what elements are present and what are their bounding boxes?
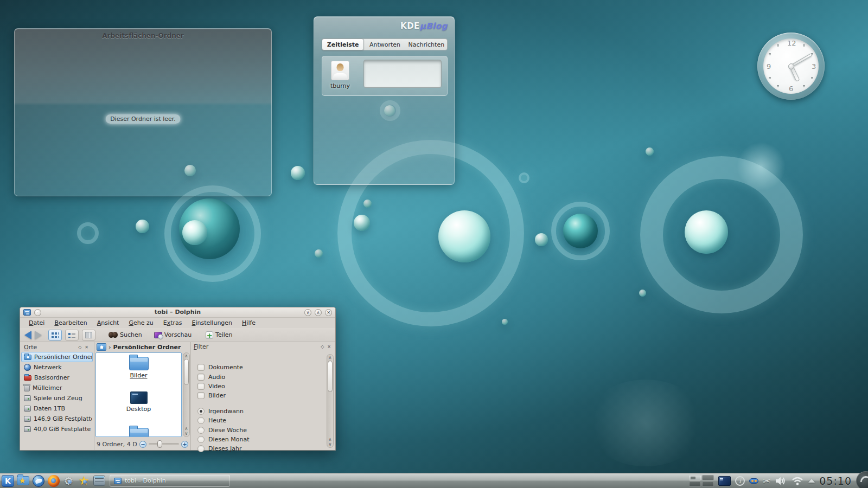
info-tray-icon[interactable]: i	[735, 476, 745, 486]
bubble-ball	[535, 233, 548, 246]
scrollbar-thumb[interactable]	[328, 361, 333, 392]
maximize-button[interactable]: ∧	[315, 309, 322, 316]
device-tray-icon[interactable]	[749, 478, 758, 484]
pager-desktop-3[interactable]	[689, 481, 701, 487]
filter-radio-woche[interactable]: Diese Woche	[197, 425, 335, 434]
tab-antworten[interactable]: Antworten	[364, 39, 405, 50]
system-settings-launcher[interactable]: ⚙	[62, 474, 75, 487]
scroll-down-icon[interactable]: ∨	[327, 442, 333, 447]
scroll-up-icon[interactable]: ∧	[327, 437, 333, 442]
share-button[interactable]: Teilen	[203, 330, 234, 340]
scroll-up-icon[interactable]: ∧	[327, 355, 333, 360]
scroll-up-icon[interactable]: ∧	[183, 354, 189, 358]
kde-menu-button[interactable]: K	[1, 474, 15, 487]
checkbox-icon[interactable]	[197, 383, 205, 390]
bubble-ball	[182, 220, 207, 245]
radio-selected-icon[interactable]	[197, 408, 205, 415]
checkbox-icon[interactable]	[197, 364, 205, 371]
place-trash[interactable]: Mülleimer	[21, 383, 93, 393]
menu-hilfe[interactable]: Hilfe	[238, 319, 260, 326]
place-spiele[interactable]: Spiele und Zeug	[21, 393, 93, 403]
checkbox-icon[interactable]	[197, 374, 205, 381]
filter-scrollbar[interactable]: ∧ ∧ ∨	[327, 354, 334, 448]
filter-checkbox-video[interactable]: Video	[197, 382, 335, 391]
file-item-bilder[interactable]: Bilder	[96, 357, 181, 379]
menu-gehezu[interactable]: Gehe zu	[124, 319, 157, 326]
forward-button[interactable]	[35, 331, 42, 339]
zoom-in-icon[interactable]: +	[181, 441, 188, 448]
radio-icon[interactable]	[197, 445, 205, 452]
close-button[interactable]: ✕	[325, 309, 332, 316]
volume-icon[interactable]	[775, 476, 787, 486]
panel-close-button[interactable]: ✕	[83, 345, 90, 350]
file-item-desktop[interactable]: Desktop	[96, 391, 181, 413]
konsole-tray-icon[interactable]	[718, 476, 731, 486]
filter-checkbox-audio[interactable]: Audio	[197, 372, 335, 381]
filter-checkbox-dokumente[interactable]: Dokumente	[197, 363, 335, 372]
breadcrumb-path[interactable]: Persönlicher Ordner	[113, 344, 181, 351]
file-drawer-launcher[interactable]	[92, 474, 106, 487]
zoom-slider[interactable]	[149, 443, 179, 445]
panel-close-button[interactable]: ✕	[326, 344, 333, 349]
filter-radio-monat[interactable]: Diesen Monat	[197, 435, 335, 444]
place-disk-40[interactable]: 40,0 GiB Festplatte	[21, 424, 93, 434]
file-item-partial[interactable]	[96, 428, 181, 437]
pager-desktop-2[interactable]	[702, 475, 714, 480]
titlebar[interactable]: · tobi – Dolphin ∨ ∧ ✕	[20, 307, 335, 318]
panel-cashew-toolbox[interactable]	[856, 471, 868, 488]
tab-nachrichten[interactable]: Nachrichten	[406, 39, 447, 50]
search-button[interactable]: Suchen	[106, 330, 144, 339]
fileview-scrollbar[interactable]: ∧ ∧ ∨	[183, 352, 190, 437]
folder-view-widget[interactable]: Arbeitsflächen-Ordner Dieser Ordner ist …	[14, 28, 272, 196]
place-disk-146[interactable]: 146,9 GiB Festplatte	[21, 414, 93, 424]
pager-desktop-4[interactable]	[702, 481, 714, 487]
filter-radio-irgendwann[interactable]: Irgendwann	[197, 407, 335, 416]
bookmarks-folder-launcher[interactable]	[16, 474, 30, 487]
microblog-widget[interactable]: KDEµBlog Zeitleiste Antworten Nachrichte…	[314, 16, 455, 185]
tab-zeitleiste[interactable]: Zeitleiste	[322, 38, 364, 50]
klipper-scissors-icon[interactable]: ✂	[763, 476, 770, 486]
columns-view-button[interactable]	[82, 330, 95, 341]
place-network[interactable]: Netzwerk	[21, 362, 93, 373]
preview-button[interactable]: Vorschau	[152, 330, 194, 339]
panel-float-button[interactable]: ◇	[319, 344, 326, 349]
pager-desktop-1[interactable]	[689, 475, 701, 480]
menu-datei[interactable]: Datei	[24, 319, 49, 326]
filter-checkbox-bilder[interactable]: Bilder	[197, 391, 335, 400]
place-root[interactable]: Basisordner	[21, 373, 93, 383]
checkbox-icon[interactable]	[197, 392, 205, 399]
analog-clock-widget[interactable]: 12 3 6 9	[757, 33, 825, 100]
filter-radio-jahr[interactable]: Dieses Jahr	[197, 444, 335, 453]
breadcrumb-home-icon[interactable]	[97, 343, 106, 351]
virtual-desktop-pager[interactable]	[689, 475, 714, 487]
icons-view-button[interactable]	[48, 330, 62, 341]
microblog-message-input[interactable]	[363, 60, 442, 88]
menu-ansicht[interactable]: Ansicht	[93, 319, 124, 326]
favorites-launcher[interactable]: ★	[77, 474, 91, 487]
menu-extras[interactable]: Extras	[159, 319, 187, 326]
menu-einstellungen[interactable]: Einstellungen	[188, 319, 237, 326]
menu-bearbeiten[interactable]: Bearbeiten	[50, 319, 91, 326]
place-home[interactable]: Persönlicher Ordner	[21, 352, 93, 362]
scroll-up-icon[interactable]: ∧	[183, 426, 189, 431]
digital-clock[interactable]: 05:10	[819, 475, 852, 487]
thunderbird-launcher[interactable]	[31, 474, 45, 487]
radio-icon[interactable]	[197, 436, 205, 443]
zoom-out-icon[interactable]: −	[139, 441, 146, 448]
tray-expand-arrow-icon[interactable]	[808, 479, 815, 483]
wifi-icon[interactable]	[791, 476, 804, 486]
details-view-button[interactable]	[65, 330, 79, 341]
file-icon-view[interactable]: Bilder Desktop	[95, 352, 182, 437]
scrollbar-thumb[interactable]	[184, 359, 189, 385]
filter-radio-heute[interactable]: Heute	[197, 416, 335, 425]
place-daten[interactable]: Daten 1TB	[21, 403, 93, 414]
task-button-dolphin[interactable]: tobi – Dolphin	[110, 474, 230, 487]
panel-float-button[interactable]: ◇	[76, 345, 83, 350]
radio-icon[interactable]	[197, 417, 205, 424]
firefox-launcher[interactable]	[47, 474, 60, 487]
zoom-slider-handle[interactable]	[157, 440, 162, 448]
scroll-down-icon[interactable]: ∨	[183, 431, 189, 436]
radio-icon[interactable]	[197, 427, 205, 434]
back-button[interactable]	[24, 331, 31, 339]
minimize-button[interactable]: ∨	[304, 309, 311, 316]
